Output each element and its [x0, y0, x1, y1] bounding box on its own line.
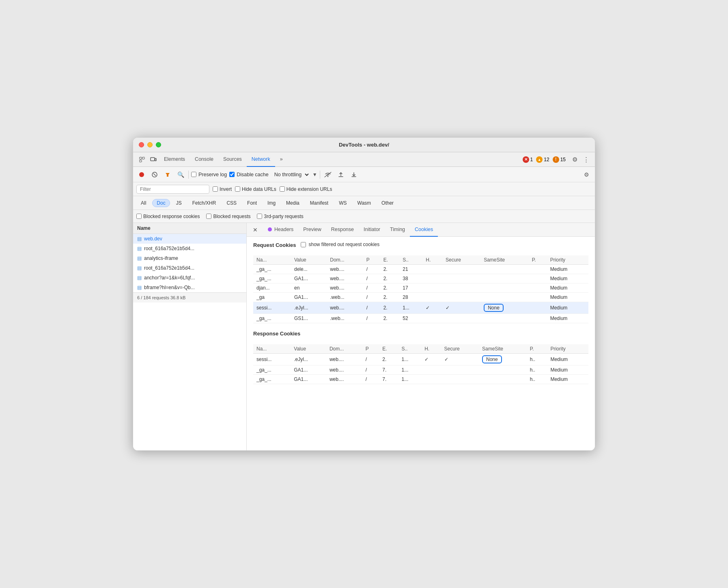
table-row[interactable]: sessi....eJyl...web..../2.1...✓✓NoneMedi…: [253, 302, 588, 314]
type-filter-fetch/xhr[interactable]: Fetch/XHR: [188, 199, 221, 207]
maximize-button[interactable]: [156, 142, 161, 147]
tab-console[interactable]: Console: [190, 152, 218, 167]
doc-icon: ▤: [137, 255, 142, 261]
third-party-requests-checkbox[interactable]: 3rd-party requests: [257, 214, 303, 219]
tab-initiator[interactable]: Initiator: [359, 223, 385, 237]
type-filter-manifest[interactable]: Manifest: [306, 199, 333, 207]
table-row[interactable]: _ga_...GS1....web.../2.52Medium: [253, 314, 588, 323]
hide-extension-urls-checkbox[interactable]: Hide extension URLs: [280, 186, 332, 192]
type-filter-doc[interactable]: Doc: [152, 199, 170, 207]
table-row[interactable]: _ga_...GA1...web..../2.38Medium: [253, 274, 588, 283]
table-cell: web....: [327, 265, 363, 274]
table-row[interactable]: _ga_...dele...web..../2.21Medium: [253, 265, 588, 274]
col-header: Priority: [547, 344, 588, 354]
tab-response[interactable]: Response: [326, 223, 359, 237]
tab-sources[interactable]: Sources: [218, 152, 247, 167]
sidebar-item[interactable]: ▤ root_616a752e1b5d4...: [133, 263, 246, 273]
warning-badge[interactable]: ▲ 12: [536, 156, 549, 163]
table-cell: [422, 293, 442, 302]
table-cell: [529, 265, 547, 274]
more-options-icon[interactable]: ⋮: [580, 154, 592, 165]
invert-checkbox[interactable]: Invert: [213, 186, 232, 192]
tab-network[interactable]: Network: [247, 152, 275, 167]
table-cell: _ga_...: [253, 314, 291, 323]
table-cell: [529, 293, 547, 302]
error-badge[interactable]: ✕ 1: [523, 156, 533, 163]
network-toolbar: 🔍 Preserve log Disable cache No throttli…: [133, 167, 595, 182]
minimize-button[interactable]: [147, 142, 153, 147]
throttle-select[interactable]: No throttling: [271, 171, 310, 179]
table-row[interactable]: _gaGA1....web.../2.28Medium: [253, 293, 588, 302]
table-cell: [422, 314, 442, 323]
sidebar-item[interactable]: ▤ web.dev: [133, 234, 246, 244]
type-filter-all[interactable]: All: [136, 199, 151, 207]
table-cell: ✓: [421, 354, 441, 365]
close-button[interactable]: [139, 142, 144, 147]
preserve-log-checkbox[interactable]: Preserve log: [191, 172, 227, 177]
type-filter-js[interactable]: JS: [172, 199, 186, 207]
svg-point-5: [139, 172, 144, 177]
show-filtered-row: show filtered out request cookies: [301, 242, 379, 247]
table-cell: 17: [399, 283, 422, 293]
type-filter-ws[interactable]: WS: [334, 199, 351, 207]
table-row[interactable]: sessi....eJyl...web..../2.1...✓✓Noneh..M…: [253, 354, 588, 365]
table-cell: .eJyl...: [291, 302, 327, 314]
disable-cache-checkbox[interactable]: Disable cache: [229, 172, 269, 177]
upload-icon[interactable]: [336, 169, 346, 180]
network-settings-icon[interactable]: ⚙: [581, 169, 592, 180]
clear-button[interactable]: [149, 169, 160, 180]
close-panel-button[interactable]: ✕: [250, 225, 261, 235]
table-cell: 2.: [380, 302, 400, 314]
wifi-icon[interactable]: [323, 169, 333, 180]
tab-more[interactable]: »: [275, 152, 288, 167]
info-badge[interactable]: ! 15: [553, 156, 566, 163]
doc-icon: ▤: [137, 265, 142, 271]
type-filter-wasm[interactable]: Wasm: [353, 199, 376, 207]
table-row[interactable]: _ga_...GA1...web..../7.1...h..Medium: [253, 365, 588, 375]
sidebar-item[interactable]: ▤ analytics-iframe: [133, 253, 246, 263]
response-cookies-title: Response Cookies: [253, 331, 300, 337]
tab-elements[interactable]: Elements: [159, 152, 190, 167]
show-filtered-checkbox[interactable]: [301, 242, 306, 247]
col-header: S..: [398, 344, 422, 354]
blocked-response-cookies-checkbox[interactable]: Blocked response cookies: [136, 214, 200, 219]
sidebar-item-label: anchor?ar=1&k=6Lfqf...: [144, 275, 195, 281]
table-cell: [480, 314, 529, 323]
download-icon[interactable]: [349, 169, 359, 180]
search-button[interactable]: 🔍: [175, 169, 186, 180]
sidebar-item[interactable]: ▤ anchor?ar=1&k=6Lfqf...: [133, 273, 246, 283]
col-header: P: [363, 255, 380, 265]
type-filter-font[interactable]: Font: [243, 199, 261, 207]
type-filter-media[interactable]: Media: [282, 199, 304, 207]
type-filter-css[interactable]: CSS: [222, 199, 241, 207]
settings-icon[interactable]: ⚙: [569, 154, 580, 165]
device-toolbar-icon[interactable]: [148, 154, 159, 165]
filter-input[interactable]: [136, 185, 209, 194]
table-row[interactable]: djan...enweb..../2.17Medium: [253, 283, 588, 293]
tab-cookies[interactable]: Cookies: [410, 223, 438, 237]
tab-timing[interactable]: Timing: [385, 223, 410, 237]
type-filter-other[interactable]: Other: [377, 199, 398, 207]
tab-preview[interactable]: Preview: [298, 223, 326, 237]
divider-2: [320, 171, 320, 179]
show-filtered-label: show filtered out request cookies: [308, 242, 379, 247]
svg-rect-4: [155, 158, 156, 161]
cursor-icon[interactable]: [136, 154, 148, 165]
blocked-requests-checkbox[interactable]: Blocked requests: [206, 214, 250, 219]
record-stop-button[interactable]: [136, 169, 147, 180]
table-row[interactable]: _ga_...GA1...web..../7.1...h..Medium: [253, 375, 588, 384]
sidebar-item[interactable]: ▤ root_616a752e1b5d4...: [133, 244, 246, 253]
hide-data-urls-checkbox[interactable]: Hide data URLs: [235, 186, 276, 192]
table-cell: GS1...: [291, 314, 327, 323]
table-cell: sessi...: [253, 354, 291, 365]
type-filter-img[interactable]: Img: [263, 199, 280, 207]
col-header: Secure: [442, 255, 480, 265]
table-cell: 1...: [398, 354, 422, 365]
throttle-arrow: ▼: [312, 172, 317, 177]
col-header: Value: [291, 255, 327, 265]
table-cell: sessi...: [253, 302, 291, 314]
tab-headers[interactable]: Headers: [263, 223, 298, 237]
col-header: P: [362, 344, 379, 354]
sidebar-item[interactable]: ▤ bframe?hl=en&v=-Qb...: [133, 283, 246, 292]
filter-icon[interactable]: [162, 169, 173, 180]
